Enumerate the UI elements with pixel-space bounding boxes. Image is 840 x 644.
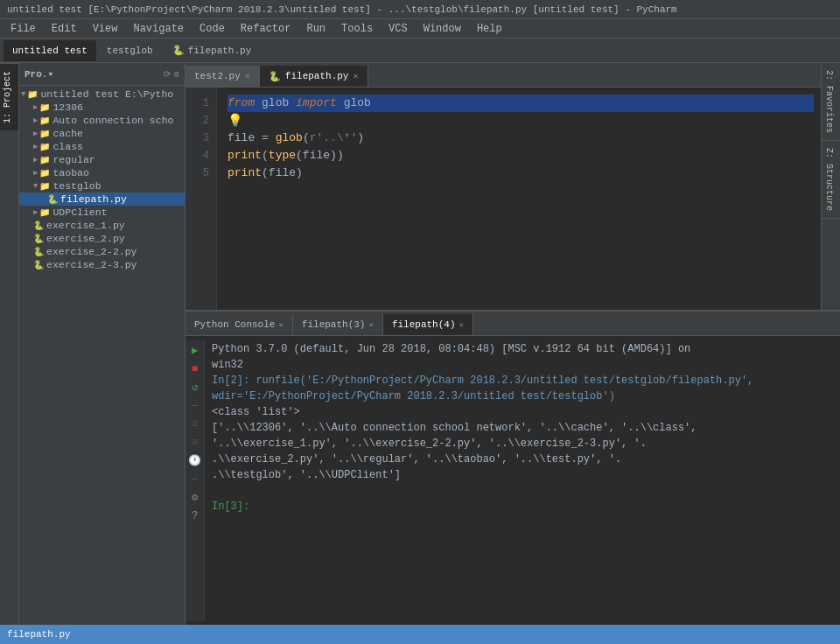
- menu-navigate[interactable]: Navigate: [126, 21, 191, 37]
- console-line-blank: [212, 483, 833, 499]
- arrow-icon-class: ▶: [33, 142, 38, 151]
- menu-refactor[interactable]: Refactor: [234, 21, 298, 37]
- bottom-tab-filepath3[interactable]: filepath(3) ✕: [293, 314, 383, 335]
- editor-tab-filepath[interactable]: 🐍 filepath.py ✕: [260, 66, 368, 87]
- menu-file[interactable]: File: [4, 21, 43, 37]
- console-line-0: Python 3.7.0 (default, Jun 28 2018, 08:0…: [212, 341, 833, 357]
- settings-icon[interactable]: ⚙: [174, 69, 179, 80]
- tree-item-testglob[interactable]: ▼ 📁 testglob: [19, 179, 185, 192]
- code-text-5: print(file): [228, 164, 303, 182]
- arrow-icon-regular: ▶: [33, 155, 38, 164]
- menu-run[interactable]: Run: [299, 21, 332, 37]
- menu-help[interactable]: Help: [470, 21, 509, 37]
- close-python-console[interactable]: ✕: [278, 320, 283, 330]
- gutter-run-icon[interactable]: ▶: [192, 343, 198, 359]
- tree-label-regular: regular: [52, 154, 94, 165]
- console-text-list2: '..\\exercise_1.py', '..\\exercise_2-2.p…: [212, 436, 647, 452]
- py-file-icon-ex23: 🐍: [33, 260, 44, 270]
- console-text-classlist: <class 'list'>: [212, 404, 300, 420]
- console-line-in2: In[2]: runfile('E:/PythonProject/PyCharm…: [212, 373, 833, 404]
- console-area: ▶ ■ ↺ — ≡ ≡ 🕐 — ⚙ ? Python 3.7.0 (defaul: [186, 336, 840, 625]
- project-tab-label-3: filepath.py: [188, 46, 252, 56]
- vtab-project[interactable]: 1: Project: [0, 63, 18, 130]
- code-text-4: print(type(file)): [228, 147, 344, 164]
- console-text-list3: .\\exercise_2.py', '..\\regular', '..\\t…: [212, 452, 621, 467]
- vtab-favorites[interactable]: 2: Favorites: [822, 63, 840, 141]
- filepath-py-icon: 🐍: [172, 45, 185, 56]
- folder-icon-class: 📁: [39, 142, 50, 152]
- code-line-4: print(type(file)): [228, 147, 814, 164]
- project-tab-filepath[interactable]: 🐍 filepath.py: [164, 40, 261, 61]
- folder-icon-auto: 📁: [39, 116, 50, 126]
- console-output[interactable]: Python 3.7.0 (default, Jun 28 2018, 08:0…: [205, 340, 840, 621]
- file-tree: ▼ 📁 untitled test E:\Pytho ▶ 📁 12306 ▶ 📁: [19, 86, 185, 625]
- title-bar: untitled test [E:\PythonProject\PyCharm …: [0, 0, 840, 19]
- console-line-classlist: <class 'list'>: [212, 404, 833, 420]
- menu-view[interactable]: View: [86, 21, 125, 37]
- menu-tools[interactable]: Tools: [334, 21, 380, 37]
- close-test2-button[interactable]: ✕: [245, 71, 250, 81]
- tree-label-testglob: testglob: [52, 180, 101, 192]
- menu-bar: File Edit View Navigate Code Refactor Ru…: [0, 19, 840, 38]
- gutter-line1: —: [192, 398, 198, 414]
- editor-tab-test2-label: test2.py: [194, 71, 241, 81]
- console-line-in3: In[3]:: [212, 499, 833, 514]
- tree-item-udp[interactable]: ▶ 📁 UDPClient: [19, 206, 185, 219]
- console-line-win32: win32: [212, 357, 833, 373]
- line-numbers: 1 2 3 4 5: [186, 88, 217, 310]
- tree-label-root: untitled test E:\Pytho: [40, 88, 173, 100]
- py-file-icon-ex1: 🐍: [33, 220, 44, 231]
- tree-item-ex23[interactable]: 🐍 exercise_2-3.py: [19, 258, 185, 271]
- project-tab-testglob[interactable]: testglob: [98, 40, 162, 61]
- console-text-in2: In[2]: runfile('E:/PythonProject/PyCharm…: [212, 373, 833, 404]
- tree-label-ex1: exercise_1.py: [46, 220, 125, 231]
- code-line-3: file = glob(r'..\*'): [228, 130, 814, 147]
- sync-icon[interactable]: ⟳: [164, 69, 171, 80]
- project-tab-bar: untitled test testglob 🐍 filepath.py: [0, 38, 840, 63]
- folder-icon: 📁: [27, 89, 38, 100]
- console-line-list4: .\\testglob', '..\\UDPClient']: [212, 467, 833, 483]
- vtab-structure[interactable]: Z: Structure: [822, 141, 840, 219]
- tree-item-12306[interactable]: ▶ 📁 12306: [19, 101, 185, 114]
- arrow-icon-testglob: ▼: [33, 182, 38, 191]
- tree-item-class[interactable]: ▶ 📁 class: [19, 140, 185, 153]
- menu-edit[interactable]: Edit: [45, 21, 84, 37]
- folder-icon-12306: 📁: [39, 102, 50, 113]
- project-tab-untitled[interactable]: untitled test: [4, 40, 96, 61]
- bottom-tab-filepath4[interactable]: filepath(4) ✕: [383, 314, 473, 335]
- tree-item-ex2[interactable]: 🐍 exercise_2.py: [19, 232, 185, 245]
- right-vertical-tabs: 2: Favorites Z: Structure: [821, 63, 840, 310]
- menu-code[interactable]: Code: [192, 21, 232, 37]
- close-filepath3[interactable]: ✕: [368, 320, 373, 330]
- tree-item-ex22[interactable]: 🐍 exercise_2-2.py: [19, 245, 185, 258]
- bottom-tab-python-console[interactable]: Python Console ✕: [186, 314, 293, 335]
- arrow-icon-udp: ▶: [33, 207, 38, 217]
- folder-icon-testglob: 📁: [39, 181, 50, 192]
- tree-label-ex22: exercise_2-2.py: [46, 246, 137, 257]
- tree-item-autoconn[interactable]: ▶ 📁 Auto connection scho: [19, 114, 185, 127]
- console-line-list2: '..\\exercise_1.py', '..\\exercise_2-2.p…: [212, 436, 833, 452]
- code-content[interactable]: from glob import glob 💡 file = glob(r'..…: [217, 88, 821, 310]
- py-file-icon: 🐍: [47, 194, 58, 205]
- arrow-icon-12306: ▶: [33, 102, 38, 112]
- bottom-panel: Python Console ✕ filepath(3) ✕ filepath(…: [186, 310, 840, 625]
- tree-item-root[interactable]: ▼ 📁 untitled test E:\Pytho: [19, 88, 185, 101]
- tree-item-filepath[interactable]: 🐍 filepath.py: [19, 192, 185, 206]
- gutter-line2: ≡: [192, 416, 198, 432]
- close-filepath-button[interactable]: ✕: [353, 71, 358, 81]
- tree-item-regular[interactable]: ▶ 📁 regular: [19, 153, 185, 166]
- menu-window[interactable]: Window: [416, 21, 468, 37]
- editor-tab-test2[interactable]: test2.py ✕: [186, 66, 260, 87]
- tree-item-ex1[interactable]: 🐍 exercise_1.py: [19, 219, 185, 232]
- gutter-rerun-icon[interactable]: ↺: [192, 380, 198, 396]
- close-filepath4[interactable]: ✕: [459, 320, 464, 330]
- tree-item-cache[interactable]: ▶ 📁 cache: [19, 127, 185, 140]
- gutter-settings[interactable]: ⚙: [192, 490, 198, 506]
- editor-filepath-pyicon: 🐍: [269, 71, 281, 82]
- tree-label-ex23: exercise_2-3.py: [46, 259, 137, 270]
- editor-tab-filepath-label: filepath.py: [285, 71, 349, 81]
- gutter-stop-icon[interactable]: ■: [192, 361, 198, 377]
- py-file-icon-ex2: 🐍: [33, 234, 44, 244]
- tree-item-taobao[interactable]: ▶ 📁 taobao: [19, 166, 185, 179]
- menu-vcs[interactable]: VCS: [382, 21, 415, 37]
